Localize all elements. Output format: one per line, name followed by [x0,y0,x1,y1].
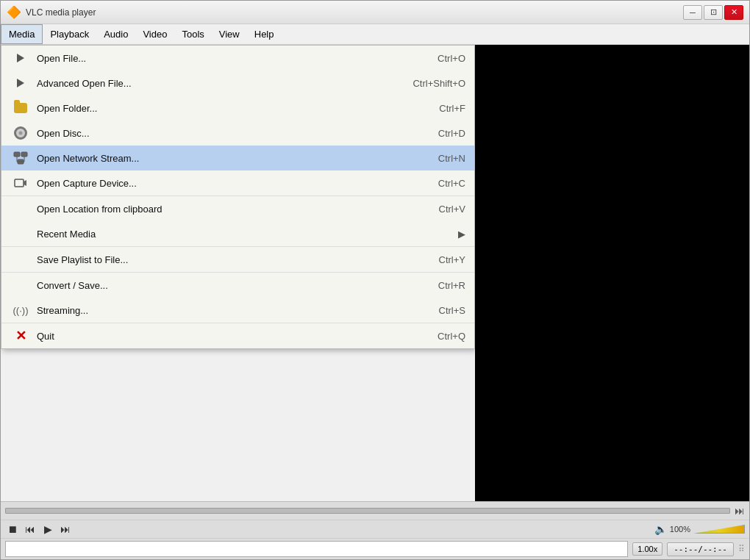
svg-rect-6 [15,179,24,187]
status-row: 1.00x --:--/--:-- ⠿ [1,538,749,559]
open-file-label: Open File... [37,53,415,64]
capture-icon [10,174,31,192]
window-controls: ─ ⊡ ✕ [683,5,743,20]
play-button[interactable]: ▶ [40,523,55,535]
open-folder-label: Open Folder... [37,103,417,114]
menu-section-open: Open File... Ctrl+O Advanced Open File..… [1,46,474,196]
seek-bar-row: ⏭ [1,502,749,520]
convert-icon [10,276,31,294]
menu-section-clipboard: Open Location from clipboard Ctrl+V Rece… [1,196,474,247]
save-playlist-label: Save Playlist to File... [37,254,417,265]
recent-icon [10,225,31,243]
svg-rect-1 [21,152,27,157]
menu-playback[interactable]: Playback [43,24,96,44]
menu-view[interactable]: View [212,24,247,44]
quit-shortcut: Ctrl+Q [438,331,465,342]
menu-video[interactable]: Video [135,24,174,44]
menu-adv-open[interactable]: Advanced Open File... Ctrl+Shift+O [1,71,474,96]
adv-open-label: Advanced Open File... [37,78,390,89]
time-display: --:--/--:-- [667,542,734,556]
menu-open-file[interactable]: Open File... Ctrl+O [1,46,474,71]
open-capture-label: Open Capture Device... [37,178,416,189]
quit-icon: ✕ [10,327,31,345]
volume-icon: 🔈 [654,523,667,535]
speed-display[interactable]: 1.00x [632,542,662,556]
play-icon [10,49,31,67]
menu-streaming[interactable]: ((·)) Streaming... Ctrl+S [1,298,474,323]
save-playlist-shortcut: Ctrl+Y [439,254,465,265]
open-network-shortcut: Ctrl+N [438,153,465,164]
menu-open-location[interactable]: Open Location from clipboard Ctrl+V [1,196,474,221]
disc-icon [10,124,31,142]
menu-open-folder[interactable]: Open Folder... Ctrl+F [1,96,474,121]
menu-section-convert: Convert / Save... Ctrl+R ((·)) Streaming… [1,273,474,323]
open-file-shortcut: Ctrl+O [438,53,465,64]
content-area: Open File... Ctrl+O Advanced Open File..… [1,45,749,501]
menu-audio[interactable]: Audio [96,24,135,44]
open-capture-shortcut: Ctrl+C [438,178,465,189]
menu-quit[interactable]: ✕ Quit Ctrl+Q [1,323,474,348]
volume-percentage: 100% [670,525,690,534]
bottom-controls: ⏭ ⏹ ⏮ ▶ ⏭ 🔈 100% 1.00x --:--/--:-- ⠿ [1,501,749,559]
menu-open-capture[interactable]: Open Capture Device... Ctrl+C [1,170,474,195]
menu-media[interactable]: Media [1,24,43,44]
open-disc-label: Open Disc... [37,128,416,139]
network-icon [10,149,31,167]
svg-rect-0 [14,152,20,157]
convert-label: Convert / Save... [37,280,416,291]
menu-section-quit: ✕ Quit Ctrl+Q [1,323,474,348]
streaming-label: Streaming... [37,305,417,316]
volume-bar-fill [693,525,745,534]
fast-forward-icon[interactable]: ⏭ [735,505,745,517]
minimize-button[interactable]: ─ [683,5,702,20]
save-playlist-icon [10,251,31,268]
status-input[interactable] [5,541,628,557]
recent-media-label: Recent Media [37,229,452,240]
adv-play-icon [10,74,31,92]
playback-controls-row: ⏹ ⏮ ▶ ⏭ 🔈 100% [1,520,749,538]
volume-bar[interactable] [693,523,745,536]
submenu-arrow-icon: ▶ [458,229,465,240]
folder-icon [10,99,31,117]
menu-tools[interactable]: Tools [174,24,211,44]
media-dropdown: Open File... Ctrl+O Advanced Open File..… [1,45,475,349]
open-location-shortcut: Ctrl+V [439,204,465,215]
menu-recent-media[interactable]: Recent Media ▶ [1,221,474,246]
menu-bar: Media Playback Audio Video Tools View He… [1,24,749,45]
menu-open-network[interactable]: Open Network Stream... Ctrl+N [1,146,474,170]
prev-button[interactable]: ⏮ [23,523,38,535]
convert-shortcut: Ctrl+R [438,280,465,291]
menu-open-disc[interactable]: Open Disc... Ctrl+D [1,121,474,146]
resize-grip-icon: ⠿ [738,544,745,554]
menu-help[interactable]: Help [247,24,282,44]
menu-convert[interactable]: Convert / Save... Ctrl+R [1,273,474,298]
video-area [475,45,749,501]
open-disc-shortcut: Ctrl+D [438,128,465,139]
streaming-icon: ((·)) [10,301,31,319]
vlc-window: 🔶 VLC media player ─ ⊡ ✕ Media Playback … [0,0,750,560]
title-bar: 🔶 VLC media player ─ ⊡ ✕ [1,1,749,24]
adv-open-shortcut: Ctrl+Shift+O [413,78,465,89]
close-button[interactable]: ✕ [724,5,743,20]
next-button[interactable]: ⏭ [58,523,73,535]
open-location-label: Open Location from clipboard [37,204,417,215]
stop-button[interactable]: ⏹ [5,523,20,535]
menu-save-playlist[interactable]: Save Playlist to File... Ctrl+Y [1,247,474,272]
seek-bar[interactable] [5,508,730,514]
menu-section-playlist: Save Playlist to File... Ctrl+Y [1,247,474,273]
restore-button[interactable]: ⊡ [704,5,723,20]
open-folder-shortcut: Ctrl+F [439,103,465,114]
volume-area: 🔈 100% [654,523,745,536]
window-title: VLC media player [26,7,683,18]
vlc-icon: 🔶 [7,5,21,20]
location-icon [10,200,31,218]
streaming-shortcut: Ctrl+S [439,305,465,316]
quit-label: Quit [37,331,415,342]
open-network-label: Open Network Stream... [37,153,416,164]
